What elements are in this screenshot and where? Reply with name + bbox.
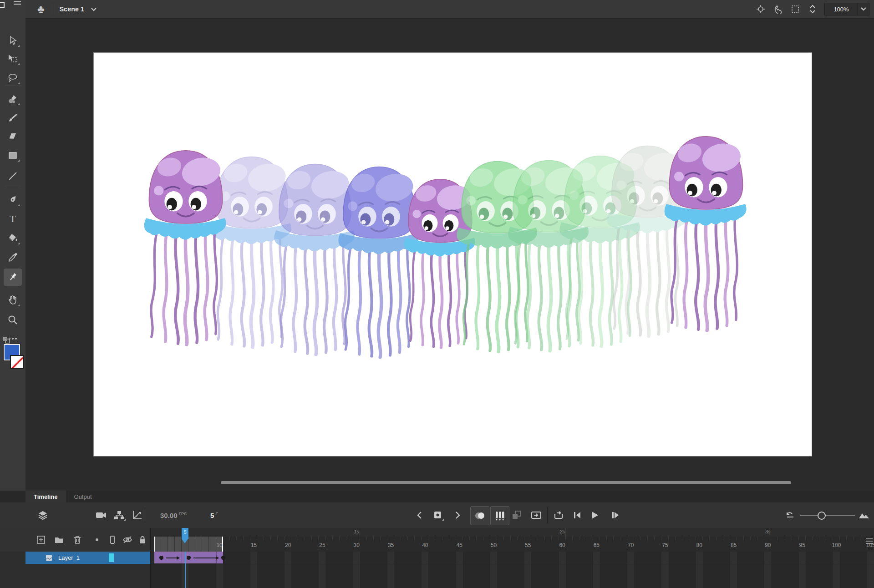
lock-layers-toggle[interactable] [137,534,148,545]
current-frame-value[interactable]: 5 F [210,512,218,519]
rotate-stage-icon[interactable] [772,4,783,15]
dock-corner-icon [0,1,5,9]
ruler-seconds-label: 2s [559,529,565,534]
classic-brush-tool[interactable] [4,109,22,127]
subselection-transform-tool[interactable] [4,50,22,67]
outline-layers-toggle[interactable] [107,534,118,545]
asset-warp-pin-tool[interactable] [4,269,22,286]
tab-timeline[interactable]: Timeline [25,491,66,502]
ruler-number: 60 [559,542,565,548]
parenting-view-icon[interactable] [113,509,126,522]
ruler-number: 100 [832,542,841,548]
toolbar-menu-icon[interactable] [13,0,22,5]
ruler-number: 10 [216,542,222,548]
ruler-number: 85 [731,542,737,548]
fluid-brush-tool[interactable] [4,90,22,107]
fill-color-swatch[interactable] [10,355,24,369]
scene-name[interactable]: Scene 1 [60,5,84,13]
eyedropper-tool[interactable] [4,248,22,266]
default-swap-icon[interactable] [2,335,13,345]
panel-tabs: Timeline Output [0,491,874,503]
center-stage-icon[interactable] [755,4,766,15]
onion-skin-button[interactable] [470,506,489,525]
layers-pane: Layer_1 [0,528,150,588]
ruler-number: 40 [422,542,428,548]
timeline-zoom-knob[interactable] [818,512,826,520]
tab-output[interactable]: Output [66,491,100,502]
ruler-seconds-label: 3s [765,529,771,534]
pen-tool[interactable] [4,191,22,208]
step-forward-button[interactable] [609,509,622,522]
zoom-stepper-icon[interactable] [807,4,818,15]
ruler-number: 45 [456,542,462,548]
previous-keyframe-button[interactable] [413,509,426,522]
delete-layer-button[interactable] [72,534,83,545]
timeline-zoom-slider[interactable] [800,515,855,516]
ruler-number: 80 [696,542,702,548]
insert-keyframe-button[interactable] [432,509,444,522]
keyframe-5-dot[interactable] [187,556,191,560]
layer-name[interactable]: Layer_1 [58,554,80,561]
panel-menu-icon[interactable] [866,538,873,544]
eraser-tool[interactable] [4,127,22,145]
zoom-level-box[interactable]: 100% [824,3,869,15]
classic-tween-span[interactable] [154,552,223,563]
clip-content-icon[interactable] [790,4,801,15]
next-keyframe-button[interactable] [451,509,464,522]
ruler-number: 75 [662,542,668,548]
camera-icon[interactable] [95,509,107,522]
new-layer-button[interactable] [36,534,46,545]
hand-tool[interactable] [4,291,22,309]
jellyfish-ghost-f3 [274,164,355,355]
stage-canvas[interactable] [94,53,812,456]
scene-dropdown-chevron[interactable] [91,7,97,11]
horizontal-scrollbar[interactable] [221,481,791,484]
layer-controls-header [0,528,150,552]
layer-row[interactable]: Layer_1 [25,552,150,564]
insert-frame-button[interactable] [530,509,543,522]
edit-bar: ♣ Scene 1 100% [25,0,874,19]
ruler-number: 95 [799,542,805,548]
zoom-dropdown-chevron[interactable] [858,3,869,15]
toolbar-top-corner [0,0,25,18]
lasso-tool[interactable] [4,69,22,86]
layer-highlight-swatch[interactable] [109,553,114,562]
keyframe-1-dot[interactable] [159,556,163,560]
selection-tool[interactable] [4,32,22,49]
line-tool[interactable] [4,167,22,185]
ruler-number: 20 [285,542,291,548]
rectangle-tool[interactable] [4,147,22,164]
layers-panel-icon[interactable] [36,509,49,522]
playhead[interactable]: 5 [182,528,188,552]
onion-skin-range[interactable] [154,537,223,552]
divider [52,3,52,15]
tools-panel: T [0,18,25,491]
zoom-tool[interactable] [4,311,22,329]
highlight-layers-toggle[interactable] [91,534,102,545]
layer-frames-row[interactable] [151,552,874,564]
edit-multiple-frames-button[interactable] [510,509,523,522]
onion-start-marker[interactable] [154,537,155,552]
timeline-panel: Timeline Output 30.00 FPS 5 F [0,491,874,588]
zoom-fit-icon[interactable] [858,509,870,522]
frame-ruler[interactable]: 1015202530354045505560657075808590951001… [151,537,874,552]
reset-timeline-zoom-button[interactable] [784,509,797,522]
text-tool[interactable]: T [4,210,22,228]
ruler-number: 50 [491,542,497,548]
graph-editor-icon[interactable] [131,509,144,522]
paint-bucket-tool[interactable] [4,229,22,247]
layer-page-icon [45,554,54,562]
onion-skin-outlines-button[interactable] [490,506,509,525]
step-back-button[interactable] [571,509,584,522]
jellyfish-keyframe-1 [144,151,226,345]
ruler-number: 30 [354,542,360,548]
new-folder-button[interactable] [54,534,65,545]
playhead-frame-label: 5 [182,529,188,535]
keyframe-10-dot[interactable] [221,556,225,560]
play-button[interactable] [589,509,601,522]
jellyfish-ghost-f4 [338,167,419,357]
zoom-level-value[interactable]: 100% [825,6,858,13]
loop-button[interactable] [552,509,565,522]
fps-value[interactable]: 30.00 FPS [160,512,187,519]
show-hide-layers-toggle[interactable] [122,534,133,545]
